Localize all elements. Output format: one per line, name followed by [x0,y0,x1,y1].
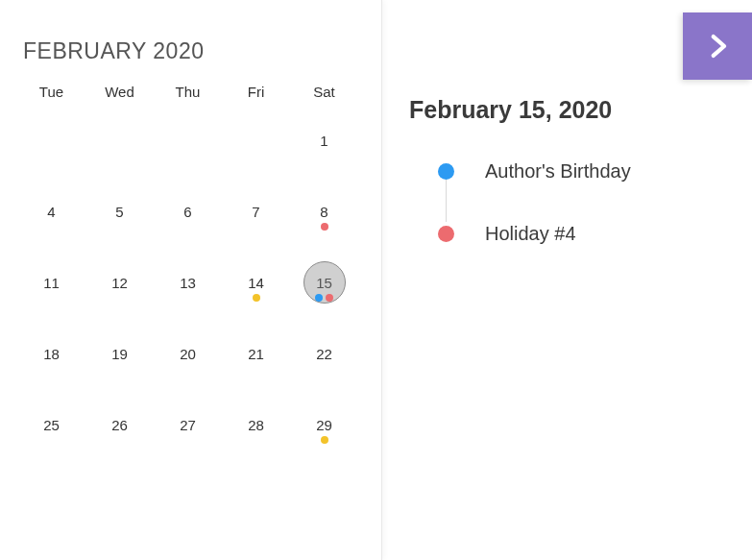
event-item[interactable]: Holiday #4 [438,223,733,245]
next-button[interactable] [683,12,752,80]
weekday-header: Thu [154,78,222,113]
day-cell[interactable]: 20 [154,327,222,398]
event-indicator-row [290,436,358,444]
day-cell[interactable]: 26 [85,398,154,469]
day-cell-empty [85,113,154,184]
event-bullet-icon [438,163,454,180]
day-cell-empty [222,113,290,184]
day-number: 13 [167,261,209,304]
day-cell[interactable]: 8 [290,184,358,256]
event-connector-line [446,176,447,222]
event-indicator-row [290,294,358,302]
day-number: 20 [167,332,209,375]
day-cell[interactable]: 6 [154,184,222,256]
weekday-header: Tue [17,78,85,113]
event-dot-icon [321,436,328,444]
day-cell[interactable]: 1 [290,113,358,184]
day-number: 6 [167,190,209,232]
event-dot-icon [315,294,323,302]
event-dot-icon [253,294,260,302]
detail-pane: February 15, 2020 Author's BirthdayHolid… [382,0,752,560]
day-number: 21 [235,332,278,375]
day-number: 11 [31,261,73,304]
event-item[interactable]: Author's Birthday [438,160,733,183]
day-number: 1 [303,119,346,161]
day-number: 12 [99,261,141,304]
weekday-header: Sat [290,78,358,113]
day-number: 25 [31,403,73,446]
day-cell[interactable]: 19 [85,327,154,398]
day-cell[interactable]: 29 [290,398,358,469]
day-cell[interactable]: 11 [17,256,85,327]
event-dot-icon [326,294,333,302]
day-number: 19 [99,332,141,375]
day-number: 27 [167,403,209,446]
event-indicator-row [222,294,290,302]
weekday-header: Fri [222,78,290,113]
event-indicator-row [290,223,358,231]
day-cell[interactable]: 22 [290,327,358,398]
day-cell-empty [154,113,222,184]
day-cell[interactable]: 27 [154,398,222,469]
month-title: FEBRUARY 2020 [23,38,358,64]
day-cell[interactable]: 5 [85,184,154,256]
day-cell[interactable]: 12 [85,256,154,327]
day-cell[interactable]: 28 [222,398,290,469]
weekday-header: Wed [85,78,154,113]
day-cell[interactable]: 7 [222,184,290,256]
day-cell-empty [17,113,85,184]
weekday-header-row: TueWedThuFriSat [17,78,358,113]
calendar-left: FEBRUARY 2020 TueWedThuFriSat 1456781112… [0,0,382,560]
chevron-right-icon [701,30,734,62]
selected-date-heading: February 15, 2020 [409,96,733,124]
event-bullet-icon [438,226,454,242]
day-number: 4 [31,190,73,232]
day-number: 18 [31,332,73,375]
day-grid: 145678111213141518192021222526272829 [17,113,358,469]
day-number: 28 [235,403,278,446]
event-label: Author's Birthday [485,160,631,183]
day-cell[interactable]: 25 [17,398,85,469]
day-cell[interactable]: 13 [154,256,222,327]
day-cell[interactable]: 21 [222,327,290,398]
day-cell[interactable]: 15 [290,256,358,327]
day-cell[interactable]: 14 [222,256,290,327]
calendar-panel: FEBRUARY 2020 TueWedThuFriSat 1456781112… [0,0,752,560]
event-list: Author's BirthdayHoliday #4 [409,160,733,245]
day-number: 26 [99,403,141,446]
day-cell[interactable]: 4 [17,184,85,256]
event-dot-icon [321,223,328,231]
day-number: 22 [303,332,346,375]
event-label: Holiday #4 [485,223,576,245]
day-cell[interactable]: 18 [17,327,85,398]
day-number: 5 [99,190,141,232]
day-number: 7 [235,190,278,232]
